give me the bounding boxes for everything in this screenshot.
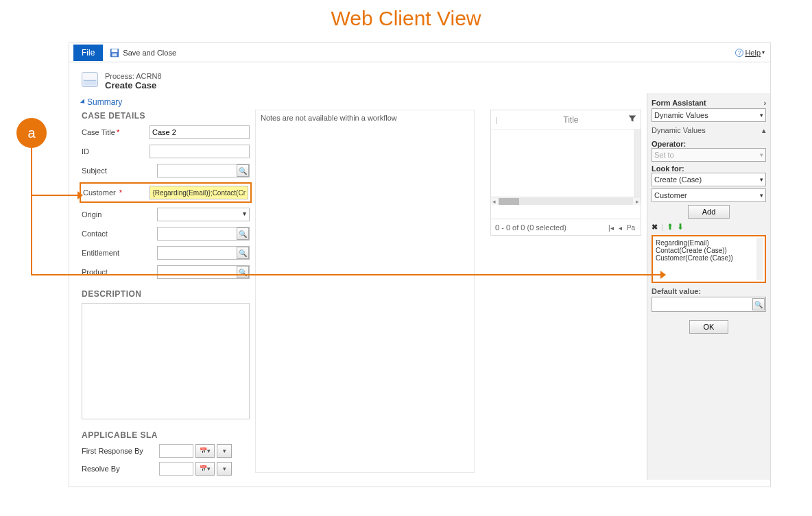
process-name: ACRN8 <box>136 72 161 80</box>
lookup-icon[interactable]: 🔍 <box>237 164 249 177</box>
annotation-arrow-icon <box>660 271 666 279</box>
help-menu[interactable]: ? Help ▾ <box>735 49 765 57</box>
row-id: ID <box>82 144 250 159</box>
row-contact: Contact 🔍 <box>82 226 250 241</box>
lookup-icon[interactable]: 🔍 <box>752 298 765 310</box>
input-resolve-by-date[interactable] <box>159 462 193 476</box>
first-page-icon[interactable]: |◂ <box>607 224 615 232</box>
date-picker-icon[interactable]: 📅▾ <box>195 462 215 476</box>
grid-footer: ◂ ▸ <box>491 197 641 205</box>
svg-rect-1 <box>112 49 118 51</box>
grid-column: | Title ◂ ▸ 0 - 0 of 0 (0 selected) <box>490 93 641 480</box>
assistant-mode-select[interactable]: Dynamic Values <box>652 108 766 122</box>
date-picker-icon[interactable]: 📅▾ <box>195 444 215 458</box>
notes-column: Notes are not available within a workflo… <box>255 93 485 480</box>
form-header: Process: ACRN8 Create Case <box>69 62 770 93</box>
save-and-close-button[interactable]: Save and Close <box>110 48 176 58</box>
vertical-scrollbar[interactable] <box>634 130 641 197</box>
default-value-input[interactable]: 🔍 <box>652 297 766 312</box>
operator-label: Operator: <box>652 140 766 148</box>
look-for-label: Look for: <box>652 164 766 173</box>
row-first-response: First Response By 📅▾ ▾ <box>82 444 250 458</box>
move-down-icon[interactable]: ⬇ <box>677 222 684 232</box>
grid-column-title[interactable]: Title <box>563 115 578 125</box>
annotation-badge-a: a <box>16 118 47 148</box>
page-heading: Web Client View <box>0 7 812 30</box>
move-up-icon[interactable]: ⬆ <box>667 222 673 232</box>
row-resolve-by: Resolve By 📅▾ ▾ <box>82 462 250 476</box>
section-applicable-sla: APPLICABLE SLA <box>82 430 250 440</box>
prev-page-icon[interactable]: ◂ <box>617 224 623 232</box>
help-icon: ? <box>735 49 743 57</box>
lookup-subject[interactable]: 🔍 <box>157 164 250 177</box>
row-product: Product 🔍 <box>82 265 250 280</box>
list-item[interactable]: Contact(Create (Case)) <box>656 247 762 254</box>
lookup-icon[interactable]: 🔍 <box>237 247 249 259</box>
chevron-right-icon[interactable]: › <box>764 99 766 107</box>
grid-record-count: 0 - 0 of 0 (0 selected) <box>495 223 566 232</box>
help-label: Help <box>745 49 761 57</box>
left-column: Summary CASE DETAILS Case Title* ID Subj… <box>82 93 250 480</box>
annotation-line <box>31 274 662 275</box>
look-for-attribute-select[interactable]: Customer <box>652 188 766 202</box>
dynamic-values-list[interactable]: Regarding(Email) Contact(Create (Case)) … <box>652 235 766 283</box>
input-first-response-date[interactable] <box>159 444 193 458</box>
lookup-icon[interactable]: 🔍 <box>237 228 249 240</box>
annotation-line <box>31 148 32 275</box>
label-customer: Customer * <box>83 188 150 197</box>
toolbar: File Save and Close ? Help ▾ <box>69 43 770 62</box>
label-subject: Subject <box>82 167 157 175</box>
default-value-label: Default value: <box>652 287 766 295</box>
filter-icon[interactable] <box>628 114 636 125</box>
lookup-contact[interactable]: 🔍 <box>157 227 250 241</box>
section-description: DESCRIPTION <box>82 289 250 299</box>
lookup-customer[interactable]: {Regarding(Email)};Contact(Cr <box>150 186 248 199</box>
look-for-entity-select[interactable]: Create (Case) <box>652 173 766 186</box>
dropdown-icon[interactable]: ▾ <box>217 462 232 476</box>
add-button[interactable]: Add <box>688 205 730 219</box>
entity-icon <box>82 72 98 87</box>
list-item[interactable]: Customer(Create (Case)) <box>656 254 762 262</box>
process-prefix: Process: <box>105 72 136 80</box>
label-first-response: First Response By <box>82 447 157 455</box>
page-label: Pa <box>625 224 636 232</box>
lookup-icon[interactable]: 🔍 <box>237 266 249 278</box>
highlighted-customer-row: Customer * {Regarding(Email)};Contact(Cr <box>80 182 252 203</box>
input-case-title[interactable] <box>150 125 250 139</box>
lookup-product[interactable]: 🔍 <box>157 265 250 279</box>
label-case-title: Case Title* <box>82 128 150 136</box>
lookup-entitlement[interactable]: 🔍 <box>157 246 250 260</box>
dynamic-values-header[interactable]: Dynamic Values <box>652 124 766 137</box>
label-contact: Contact <box>82 230 157 238</box>
svg-rect-2 <box>112 53 117 56</box>
list-item[interactable]: Regarding(Email) <box>656 239 762 247</box>
label-entitlement: Entitlement <box>82 249 157 257</box>
operator-select[interactable]: Set to <box>652 148 766 162</box>
description-textarea[interactable] <box>82 303 250 419</box>
save-and-close-label: Save and Close <box>123 49 176 57</box>
file-menu-button[interactable]: File <box>73 45 103 61</box>
dropdown-icon[interactable]: ▾ <box>217 444 232 458</box>
app-window: File Save and Close ? Help ▾ Process: AC… <box>69 42 771 487</box>
grid-status-bar: 0 - 0 of 0 (0 selected) |◂ ◂ Pa <box>490 219 641 236</box>
row-subject: Subject 🔍 <box>82 163 250 178</box>
row-case-title: Case Title* <box>82 125 250 140</box>
form-assistant-title: Form Assistant › <box>652 97 766 108</box>
input-id[interactable] <box>150 145 250 158</box>
summary-tab-link[interactable]: Summary <box>82 97 250 107</box>
annotation-line <box>31 195 79 196</box>
horizontal-scrollbar[interactable] <box>499 198 633 205</box>
label-origin: Origin <box>82 210 157 219</box>
select-origin[interactable] <box>157 208 250 221</box>
form-title: Create Case <box>105 80 162 90</box>
row-customer: Customer * {Regarding(Email)};Contact(Cr <box>83 185 248 200</box>
remove-icon[interactable]: ✖ <box>652 223 658 232</box>
row-entitlement: Entitlement 🔍 <box>82 245 250 260</box>
label-id: ID <box>82 147 150 156</box>
label-resolve-by: Resolve By <box>82 465 157 473</box>
list-scrollbar[interactable] <box>756 238 763 280</box>
save-icon <box>110 48 119 58</box>
ok-button[interactable]: OK <box>689 320 729 334</box>
notes-unavailable-message: Notes are not available within a workflo… <box>255 110 475 473</box>
help-dropdown-icon: ▾ <box>762 49 765 56</box>
